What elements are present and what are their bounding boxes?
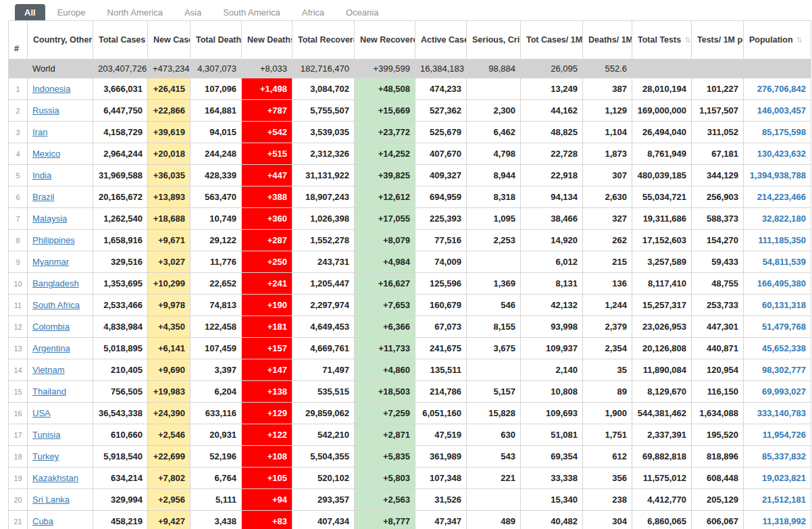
total_tests-cell: 2,337,391 (632, 424, 692, 446)
country-link[interactable]: Bangladesh (32, 278, 79, 288)
continent-tab-oceania[interactable]: Oceania (336, 4, 388, 20)
country-link[interactable]: Thailand (32, 386, 66, 397)
continent-tab-north-america[interactable]: North America (98, 4, 172, 20)
total_deaths-cell: 244,248 (191, 143, 242, 165)
continent-tab-all[interactable]: All (15, 4, 45, 20)
column-header-total_deaths[interactable]: Total Deaths⇅ (191, 21, 242, 59)
total_deaths-cell: 633,116 (191, 403, 242, 424)
column-header-new_cases[interactable]: New Cases⇅ (148, 21, 191, 59)
population-link[interactable]: 54,811,539 (763, 257, 806, 267)
country-link[interactable]: USA (32, 408, 51, 418)
tests_1m-cell: 608,448 (692, 468, 744, 489)
deaths_1m-cell: 215 (583, 251, 632, 273)
total_deaths-cell: 122,458 (191, 316, 242, 338)
country-link[interactable]: Russia (32, 105, 59, 116)
column-header-country[interactable]: Country, Other⇅ (28, 21, 93, 59)
country-link[interactable]: Myanmar (32, 257, 69, 267)
column-header-new_deaths[interactable]: New Deaths⇵ (242, 21, 293, 59)
column-header-population[interactable]: Population⇅ (744, 21, 811, 59)
country-link[interactable]: India (32, 170, 51, 180)
population-link[interactable]: 32,822,180 (762, 213, 806, 224)
population-link[interactable]: 146,003,457 (757, 105, 806, 116)
total_deaths-cell: 164,881 (191, 100, 242, 122)
population-link[interactable]: 60,131,318 (762, 300, 806, 310)
country-link[interactable]: Cuba (32, 516, 53, 526)
total_tests-cell: 23,026,953 (632, 316, 692, 338)
total_deaths-cell: 29,122 (191, 230, 242, 251)
country-row-south-africa: 11South Africa2,533,466+9,97874,813+1902… (9, 295, 811, 316)
total_tests-cell: 3,257,589 (632, 251, 692, 273)
tot_cases_1m-cell: 44,162 (521, 100, 583, 122)
country-link[interactable]: Colombia (32, 322, 70, 332)
population-link[interactable]: 69,993,027 (762, 386, 806, 397)
population-link[interactable]: 98,302,777 (762, 365, 806, 375)
country-cell: Indonesia (28, 78, 93, 100)
country-row-tunisia: 17Tunisia610,660+2,54620,931+122542,210+… (9, 424, 811, 446)
population-link[interactable]: 276,706,842 (757, 84, 806, 94)
country-link[interactable]: Malaysia (32, 213, 67, 224)
column-header-total_cases[interactable]: Total Cases⇅ (93, 21, 148, 59)
column-header-rank[interactable]: # (9, 21, 28, 59)
rank-cell: 16 (9, 403, 28, 424)
country-link[interactable]: Argentina (32, 343, 70, 353)
continent-tab-asia[interactable]: Asia (175, 4, 211, 20)
country-row-india: 5India31,969,588+36,035428,339+44731,131… (9, 165, 811, 186)
population-cell: 69,993,027 (744, 381, 811, 403)
population-link[interactable]: 11,318,992 (763, 516, 806, 526)
world-total_deaths-cell: 4,307,073 (191, 59, 242, 78)
population-link[interactable]: 333,140,783 (757, 408, 806, 418)
population-link[interactable]: 85,175,598 (762, 127, 806, 137)
total_recovered-cell: 71,497 (293, 359, 355, 381)
country-link[interactable]: Kazakhstan (32, 473, 78, 483)
population-link[interactable]: 214,223,466 (757, 192, 806, 202)
country-link[interactable]: Vietnam (32, 365, 64, 375)
sort-icon[interactable]: ⇅ (684, 36, 690, 45)
tests_1m-cell: 1,634,088 (692, 403, 744, 424)
country-link[interactable]: South Africa (32, 300, 80, 310)
country-row-brazil: 6Brazil20,165,672+13,893563,470+38818,90… (9, 186, 811, 208)
population-link[interactable]: 111,185,350 (758, 235, 806, 245)
column-header-new_recovered[interactable]: New Recovered⇅ (355, 21, 415, 59)
population-cell: 146,003,457 (744, 100, 811, 122)
column-header-serious_critical[interactable]: Serious, Critical⇅ (467, 21, 521, 59)
serious_critical-cell: 6,462 (467, 122, 521, 143)
population-link[interactable]: 45,652,338 (762, 343, 806, 353)
deaths_1m-cell: 1,104 (583, 122, 632, 143)
country-link[interactable]: Sri Lanka (32, 495, 70, 505)
sort-icon[interactable]: ⇅ (796, 36, 803, 45)
rank-cell: 14 (9, 359, 28, 381)
column-header-tests_1m[interactable]: Tests/ 1M pop⇅ (692, 21, 744, 59)
continent-tab-africa[interactable]: Africa (293, 4, 334, 20)
population-link[interactable]: 11,954,726 (763, 430, 806, 440)
world-rank-cell (9, 59, 28, 78)
total_cases-cell: 329,516 (93, 251, 148, 273)
tot_cases_1m-cell: 51,081 (521, 424, 583, 446)
country-link[interactable]: Mexico (32, 149, 60, 159)
country-link[interactable]: Philippines (32, 235, 75, 245)
column-header-total_tests[interactable]: Total Tests⇅ (632, 21, 692, 59)
continent-tab-europe[interactable]: Europe (48, 4, 95, 20)
column-header-tot_cases_1m[interactable]: Tot Cases/ 1M pop⇅ (521, 21, 583, 59)
population-link[interactable]: 21,512,181 (762, 495, 806, 505)
country-link[interactable]: Iran (32, 127, 47, 137)
total_cases-cell: 31,969,588 (93, 165, 148, 186)
population-link[interactable]: 1,394,938,788 (750, 170, 806, 180)
column-header-active_cases[interactable]: Active Cases⇅ (415, 21, 467, 59)
column-header-total_recovered[interactable]: Total Recovered⇅ (293, 21, 355, 59)
column-header-deaths_1m[interactable]: Deaths/ 1M pop⇅ (583, 21, 632, 59)
population-link[interactable]: 85,337,832 (762, 451, 806, 461)
country-link[interactable]: Indonesia (32, 84, 70, 94)
country-link[interactable]: Brazil (32, 192, 55, 202)
population-link[interactable]: 51,479,768 (762, 322, 806, 332)
population-link[interactable]: 166,495,380 (757, 278, 806, 288)
population-link[interactable]: 19,023,821 (762, 473, 806, 483)
continent-tab-south-america[interactable]: South America (213, 4, 290, 20)
new_recovered-cell: +18,503 (355, 381, 415, 403)
deaths_1m-cell: 35 (583, 359, 632, 381)
column-header-label: Serious, Critical (472, 35, 521, 45)
country-link[interactable]: Tunisia (32, 430, 60, 440)
country-link[interactable]: Turkey (32, 451, 59, 461)
serious_critical-cell: 15,828 (467, 403, 521, 424)
population-link[interactable]: 130,423,632 (757, 149, 806, 159)
tot_cases_1m-cell: 38,466 (521, 208, 583, 230)
